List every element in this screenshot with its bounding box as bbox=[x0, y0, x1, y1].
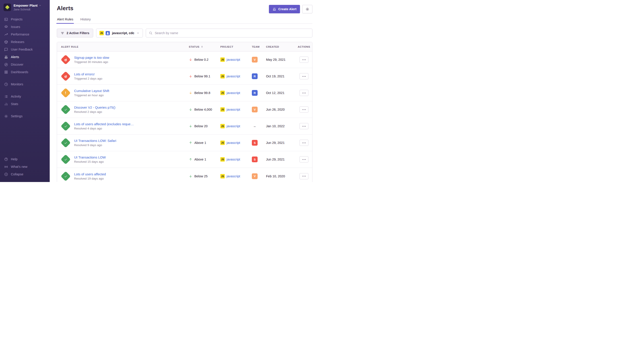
sidebar-item-label: Stats bbox=[11, 102, 18, 106]
sidebar: Empower Plant Jane Schmidt Projects Issu… bbox=[0, 0, 50, 182]
row-actions-button[interactable] bbox=[299, 73, 308, 79]
table-row: Signup page is too slow Triggered 30 min… bbox=[57, 52, 312, 68]
alert-rule-link[interactable]: Signup page is too slow bbox=[74, 56, 109, 60]
table-row: Lots of users affected (excludes reque… … bbox=[57, 118, 312, 134]
team-avatar: V bbox=[252, 173, 258, 179]
org-name: Empower Plant bbox=[14, 4, 38, 7]
row-actions-button[interactable] bbox=[299, 140, 308, 146]
sidebar-item-projects[interactable]: Projects bbox=[0, 16, 50, 23]
row-actions-button[interactable] bbox=[299, 106, 308, 112]
project-link[interactable]: javascript bbox=[226, 58, 240, 62]
ellipsis-icon bbox=[302, 93, 306, 93]
sidebar-item-issues[interactable]: Issues bbox=[0, 23, 50, 30]
search-input[interactable] bbox=[155, 31, 309, 35]
sort-desc-icon bbox=[201, 45, 203, 48]
alert-rule-link[interactable]: Lots of users affected (excludes reque… bbox=[74, 122, 134, 126]
ellipsis-icon bbox=[302, 176, 306, 176]
column-status[interactable]: Status bbox=[189, 45, 220, 48]
column-actions: Actions bbox=[296, 46, 312, 48]
sidebar-item-settings[interactable]: Settings bbox=[0, 112, 50, 120]
alert-rule-link[interactable]: UI Transactions LOW: Safari bbox=[74, 139, 116, 142]
sidebar-item-collapse[interactable]: Collapse bbox=[0, 170, 50, 178]
row-actions-button[interactable] bbox=[299, 56, 308, 63]
sidebar-item-dashboards[interactable]: Dashboards bbox=[0, 68, 50, 76]
org-switcher[interactable]: Empower Plant Jane Schmidt bbox=[0, 4, 50, 11]
row-actions-button[interactable] bbox=[299, 90, 308, 96]
alert-rule-detail: Resolved 2 days ago bbox=[74, 110, 115, 114]
active-filters-button[interactable]: 2 Active Filters bbox=[57, 28, 93, 38]
sidebar-item-performance[interactable]: Performance bbox=[0, 30, 50, 38]
table-row: Lots of errors! Triggered 2 days ago Bel… bbox=[57, 68, 312, 85]
project-link[interactable]: javascript bbox=[226, 124, 240, 128]
chevron-down-icon bbox=[136, 32, 140, 34]
status-value: Below 0.2 bbox=[194, 58, 209, 62]
collapse-icon bbox=[4, 172, 8, 176]
ellipsis-icon bbox=[302, 60, 306, 60]
sidebar-nav: Projects Issues Performance Releases Use… bbox=[0, 16, 50, 120]
sidebar-item-monitors[interactable]: Monitors bbox=[0, 80, 50, 88]
tab-history[interactable]: History bbox=[80, 17, 91, 24]
project-link[interactable]: javascript bbox=[226, 91, 240, 95]
empower-plant-logo-icon bbox=[5, 4, 10, 10]
project-link[interactable]: javascript bbox=[226, 74, 240, 78]
tab-alert-rules[interactable]: Alert Rules bbox=[57, 17, 74, 24]
sidebar-item-label: Issues bbox=[11, 25, 20, 28]
status-value: Below 99.8 bbox=[194, 91, 210, 95]
sidebar-item-user-feedback[interactable]: User Feedback bbox=[0, 46, 50, 53]
sidebar-item-label: Collapse bbox=[11, 172, 23, 176]
user-name: Jane Schmidt bbox=[14, 8, 42, 11]
sidebar-item-label: Alerts bbox=[11, 55, 19, 59]
ellipsis-icon bbox=[302, 109, 306, 110]
sidebar-item-releases[interactable]: Releases bbox=[0, 38, 50, 46]
alert-rule-link[interactable]: Discover V2 - Queries p75() bbox=[74, 106, 115, 109]
warning-icon: ! bbox=[65, 91, 66, 95]
check-icon bbox=[64, 108, 68, 111]
created-date: Oct 19, 2021 bbox=[266, 74, 296, 78]
alert-rule-link[interactable]: Cumulative Layout Shift bbox=[74, 89, 109, 93]
project-link[interactable]: javascript bbox=[226, 141, 240, 144]
sidebar-item-label: What's new bbox=[11, 165, 28, 168]
sidebar-item-activity[interactable]: Activity bbox=[0, 93, 50, 100]
sidebar-item-discover[interactable]: Discover bbox=[0, 61, 50, 68]
create-alert-button[interactable]: Create Alert bbox=[269, 5, 300, 13]
check-icon bbox=[64, 174, 68, 178]
javascript-platform-icon: JS bbox=[220, 91, 225, 95]
alert-rule-link[interactable]: Lots of errors! bbox=[74, 72, 102, 76]
check-icon bbox=[64, 141, 68, 144]
ellipsis-icon bbox=[302, 159, 306, 160]
row-actions-button[interactable] bbox=[299, 123, 308, 129]
project-link[interactable]: javascript bbox=[226, 158, 240, 161]
alert-settings-button[interactable] bbox=[302, 5, 312, 13]
team-avatar: V bbox=[252, 107, 258, 112]
sidebar-item-whats-new[interactable]: What's new bbox=[0, 163, 50, 170]
alert-rule-link[interactable]: Lots of users affected bbox=[74, 172, 106, 176]
project-filter-dropdown[interactable]: JS javascript, cdc bbox=[96, 28, 143, 38]
status-value: Above 1 bbox=[194, 141, 206, 144]
table-body: Signup page is too slow Triggered 30 min… bbox=[57, 52, 312, 182]
user-feedback-icon bbox=[4, 48, 8, 52]
sidebar-item-stats[interactable]: Stats bbox=[0, 100, 50, 108]
sidebar-item-help[interactable]: Help bbox=[0, 156, 50, 163]
project-link[interactable]: javascript bbox=[226, 108, 240, 111]
performance-icon bbox=[4, 32, 8, 36]
row-actions-button[interactable] bbox=[299, 173, 308, 179]
javascript-platform-icon: JS bbox=[220, 74, 225, 78]
arrow-up-icon bbox=[189, 141, 192, 144]
settings-icon bbox=[4, 114, 8, 118]
check-icon bbox=[64, 158, 68, 161]
stats-icon bbox=[4, 102, 8, 106]
alert-rules-table: Alert Rule Status Project Team Created A… bbox=[57, 42, 312, 182]
table-row: UI Transactions LOW Resolved 15 days ago… bbox=[57, 151, 312, 168]
row-actions-button[interactable] bbox=[299, 156, 308, 162]
project-link[interactable]: javascript bbox=[226, 174, 240, 178]
alerts-icon bbox=[4, 55, 8, 59]
team-avatar: R bbox=[252, 90, 258, 96]
alert-rule-link[interactable]: UI Transactions LOW bbox=[74, 156, 106, 159]
alert-rule-detail: Resolved 9 days ago bbox=[74, 144, 116, 147]
sidebar-item-label: Discover bbox=[11, 63, 23, 66]
arrow-down-icon bbox=[189, 108, 192, 111]
arrow-down-icon bbox=[189, 74, 192, 78]
sidebar-item-alerts[interactable]: Alerts bbox=[0, 53, 50, 61]
releases-icon bbox=[4, 40, 8, 44]
alert-status-badge bbox=[61, 104, 71, 114]
